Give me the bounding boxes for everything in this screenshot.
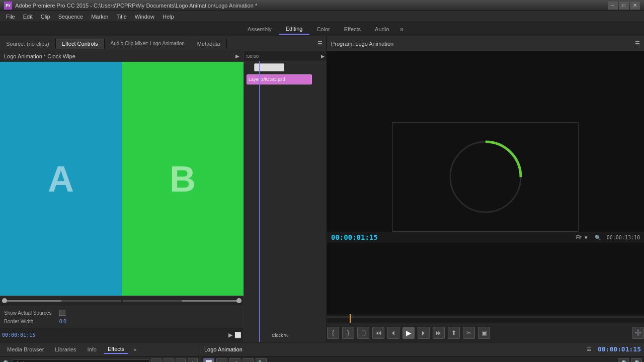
pm-lift-btn[interactable]: ⬆: [448, 327, 460, 339]
minimize-button[interactable]: −: [608, 2, 618, 10]
effects-list-view-btn[interactable]: ≡: [176, 358, 186, 362]
right-panel: Program: Logo Animation ☰ 00:00:01:15 Fi…: [327, 36, 644, 342]
delete-btn[interactable]: 🗑: [188, 358, 198, 362]
pm-timebar[interactable]: [327, 314, 644, 323]
pm-frame-fwd-btn[interactable]: ⏵: [418, 327, 430, 339]
ec-bottom-bar: 00:00:01:15 ▶ ⬜: [0, 328, 244, 342]
ec-settings-btn[interactable]: ⬜: [234, 332, 242, 338]
tab-source[interactable]: Source: (no clips): [0, 39, 56, 49]
ec-white-clip[interactable]: [254, 63, 284, 71]
ec-properties: Show Actual Sources Border Width 0.0: [0, 306, 244, 328]
clear-search-btn[interactable]: ✕: [151, 358, 162, 362]
eff-panel-menu[interactable]: »: [133, 346, 136, 352]
tl-marker-btn[interactable]: ▼: [243, 358, 254, 363]
menu-window[interactable]: Window: [131, 13, 158, 21]
tl-panel-menu[interactable]: ☰: [587, 346, 592, 352]
pm-title: Program: Logo Animation: [331, 41, 635, 47]
pm-controls: { } ⎕ ⏮ ⏴ ▶ ⏵ ⏭ ⬆ ✂ ▣ ➕: [327, 323, 644, 342]
ec-slider-a[interactable]: [2, 300, 121, 302]
maximize-button[interactable]: □: [619, 2, 629, 10]
pm-step-fwd-btn[interactable]: ⏭: [433, 327, 445, 339]
ec-slider-b[interactable]: [123, 300, 242, 302]
pm-add-marker-btn[interactable]: ➕: [632, 327, 644, 339]
ec-render-btn[interactable]: ▶: [228, 332, 232, 338]
close-button[interactable]: ✕: [630, 2, 640, 10]
left-panel: Source: (no clips) Effect Controls Audio…: [0, 36, 327, 342]
main-area: Source: (no clips) Effect Controls Audio…: [0, 36, 644, 342]
show-actual-sources-checkbox[interactable]: [59, 310, 65, 316]
show-actual-sources-label: Show Actual Sources: [4, 310, 59, 316]
pm-extract-btn[interactable]: ✂: [463, 327, 475, 339]
effects-search-input[interactable]: [13, 359, 149, 363]
tab-audio-mixer[interactable]: Audio Clip Mixer: Logo Animation: [105, 39, 191, 48]
ec-preview-a: A: [0, 62, 122, 296]
tl-zoom-in-btn[interactable]: +🔍: [618, 358, 629, 363]
tl-header: Logo Animation ☰ 00:00:01:15: [201, 342, 644, 356]
eff-tab-libraries[interactable]: Libraries: [51, 345, 80, 353]
bottom-panel: Media Browser Libraries Info Effects » 🔍…: [0, 342, 644, 362]
pm-end-timecode: 00:00:13:10: [607, 235, 640, 240]
pm-insert-btn[interactable]: ▣: [478, 327, 490, 339]
menu-sequence[interactable]: Sequence: [54, 13, 88, 21]
menu-marker[interactable]: Marker: [87, 13, 112, 21]
pm-content: 00:00:01:15 Fit ▼ 🔍 00:00:13:10: [327, 51, 644, 314]
pm-frame-back-btn[interactable]: ⏴: [387, 327, 399, 339]
tl-timecode[interactable]: 00:00:01:15: [598, 345, 641, 353]
ec-expand-btn[interactable]: ▶: [235, 53, 239, 59]
ec-left: Logo Animation * Clock Wipe ▶ A B: [0, 51, 244, 342]
ec-mini-playhead: [259, 61, 260, 342]
menu-edit[interactable]: Edit: [19, 13, 37, 21]
pm-mark-in-btn[interactable]: {: [327, 327, 339, 339]
timeline-panel: Logo Animation ☰ 00:00:01:15 ⬜ ✂ ⇄ ▼ 🔧 +…: [201, 342, 644, 362]
effects-header: Media Browser Libraries Info Effects »: [0, 342, 201, 356]
pm-fit-dropdown[interactable]: Fit: [576, 235, 582, 240]
pm-play-btn[interactable]: ▶: [403, 327, 415, 339]
tl-tools: ⬜ ✂ ⇄ ▼ 🔧 +🔍 −🔍: [201, 356, 644, 362]
ws-tab-assembly[interactable]: Assembly: [240, 24, 279, 34]
ec-slider-row: [0, 296, 244, 306]
eff-tab-effects[interactable]: Effects: [104, 345, 128, 354]
menu-bar: File Edit Clip Sequence Marker Title Win…: [0, 11, 644, 22]
ws-tab-color[interactable]: Color: [309, 24, 337, 34]
ec-mini-timeline-content: Layer 2/lOGO.psd Clock %: [244, 61, 327, 342]
ws-tab-effects[interactable]: Effects: [337, 24, 368, 34]
new-folder-btn[interactable]: 📁: [164, 358, 174, 362]
ws-tab-audio[interactable]: Audio: [368, 24, 396, 34]
title-bar-text: Adobe Premiere Pro CC 2015 - C:\Users\PC…: [15, 3, 257, 9]
tl-spanner-tool[interactable]: 🔧: [256, 358, 267, 363]
tl-razor-tool[interactable]: ✂: [216, 358, 227, 363]
tl-selection-tool[interactable]: ⬜: [203, 358, 214, 363]
menu-title[interactable]: Title: [112, 13, 130, 21]
border-width-value[interactable]: 0.0: [59, 319, 66, 324]
tl-ripple-tool[interactable]: ⇄: [229, 358, 240, 363]
pm-header: Program: Logo Animation ☰: [327, 36, 644, 51]
pm-menu-button[interactable]: ☰: [635, 40, 640, 47]
tab-effect-controls[interactable]: Effect Controls: [56, 39, 105, 49]
pm-current-timecode[interactable]: 00:00:01:15: [331, 233, 378, 241]
eff-tab-info[interactable]: Info: [84, 345, 101, 353]
tl-zoom-out-btn[interactable]: −🔍: [631, 358, 642, 363]
pm-magnify-btn[interactable]: 🔍: [595, 235, 601, 240]
ws-tab-editing[interactable]: Editing: [279, 24, 310, 35]
ec-content: Logo Animation * Clock Wipe ▶ A B: [0, 51, 327, 342]
ws-more-button[interactable]: »: [400, 26, 404, 33]
ec-timecode: 00:00:01:15: [2, 332, 35, 338]
tab-metadata[interactable]: Metadata: [191, 39, 227, 49]
pm-step-back-btn[interactable]: ⏮: [372, 327, 384, 339]
menu-file[interactable]: File: [2, 13, 19, 21]
ec-pink-clip[interactable]: Layer 2/lOGO.psd: [247, 74, 312, 84]
pm-fit-arrow[interactable]: ▼: [584, 235, 589, 240]
ec-mini-timeline: :00:00 ▶ Layer 2/lOGO.psd Clock %: [244, 51, 327, 342]
menu-clip[interactable]: Clip: [37, 13, 54, 21]
pm-video-frame: [392, 122, 579, 232]
menu-help[interactable]: Help: [158, 13, 178, 21]
pm-mark-clip-btn[interactable]: ⎕: [357, 327, 369, 339]
pm-timecode-bar: 00:00:01:15 Fit ▼ 🔍 00:00:13:10: [327, 232, 644, 243]
eff-tab-media-browser[interactable]: Media Browser: [3, 345, 48, 353]
ec-clip-title: Logo Animation * Clock Wipe ▶: [0, 51, 244, 62]
border-width-label: Border Width: [4, 319, 59, 324]
pm-circle-preview: [440, 132, 531, 222]
ec-header: Source: (no clips) Effect Controls Audio…: [0, 36, 327, 51]
ec-panel-menu[interactable]: ☰: [313, 40, 327, 47]
pm-mark-out-btn[interactable]: }: [342, 327, 354, 339]
